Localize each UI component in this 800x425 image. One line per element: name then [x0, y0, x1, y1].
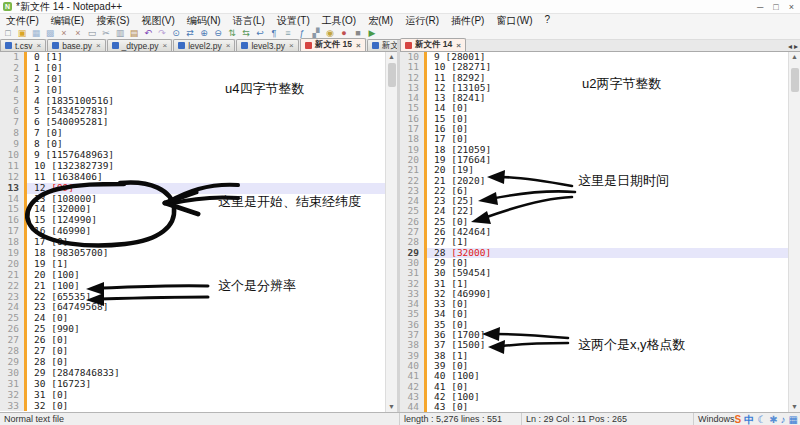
editor-line[interactable]: 3130 [16723]	[0, 379, 397, 390]
scrollbar-thumb[interactable]	[791, 68, 799, 92]
print-icon[interactable]: ▭	[86, 28, 98, 39]
editor-tab[interactable]: t.csv×	[0, 39, 46, 51]
moon-icon[interactable]: ☾	[757, 414, 766, 425]
undo-icon[interactable]: ↶	[142, 28, 154, 39]
saved-file-icon	[372, 42, 379, 49]
monitoring-icon[interactable]: ◉	[324, 28, 336, 39]
menu-item[interactable]: 文件(F)	[0, 14, 45, 28]
left-editor-pane[interactable]: 10 [1]21 [0]32 [0]43 [0]54 [1835100516]6…	[0, 52, 397, 412]
right-vertical-scrollbar[interactable]: ▲ ▼	[788, 52, 800, 412]
status-bar: Normal text file length : 5,276 lines : …	[0, 412, 800, 425]
play-macro-icon[interactable]: ▶	[366, 28, 378, 39]
keyboard-icon[interactable]: ▦	[789, 414, 798, 425]
record-macro-icon[interactable]: ●	[338, 28, 350, 39]
editor-line[interactable]: 3231 [0]	[0, 390, 397, 401]
scroll-up-icon[interactable]: ▲	[386, 52, 397, 62]
scrollbar-thumb[interactable]	[388, 63, 396, 87]
editor-line[interactable]: 4443 [0]	[400, 402, 800, 412]
replace-icon[interactable]: ⇄	[184, 28, 196, 39]
editor-line[interactable]: 2221 [100]	[0, 281, 397, 292]
scroll-down-icon[interactable]: ▼	[789, 402, 800, 412]
doc-map-icon[interactable]: ▞	[310, 28, 322, 39]
word-wrap-icon[interactable]: ↩	[254, 28, 266, 39]
editor-tab[interactable]: 新文件 15×	[300, 38, 366, 51]
menu-item[interactable]: 视图(V)	[135, 14, 180, 28]
right-editor-pane[interactable]: 109 [28001]1110 [28271]1211 [8292]1312 […	[400, 52, 800, 412]
menu-item[interactable]: 设置(T)	[271, 14, 316, 28]
close-tab-icon[interactable]: ×	[162, 41, 167, 50]
find-icon[interactable]: ⊙	[170, 28, 182, 39]
menu-item[interactable]: 窗口(W)	[490, 14, 538, 28]
stop-macro-icon[interactable]: ■	[352, 28, 364, 39]
menu-item[interactable]: 工具(O)	[316, 14, 362, 28]
sync-vertical-icon[interactable]: ⇅	[226, 28, 238, 39]
function-list-icon[interactable]: ƒ	[296, 28, 308, 39]
scroll-up-icon[interactable]: ▲	[789, 52, 800, 62]
editor-tab[interactable]: level3.py×	[236, 39, 298, 51]
close-tab-icon[interactable]: ×	[456, 41, 461, 50]
save-icon[interactable]: ▦	[30, 28, 42, 39]
tab-scroll-right-icon[interactable]: ▸	[794, 42, 798, 51]
sparkle-icon[interactable]: ✱	[769, 414, 777, 425]
sync-horizontal-icon[interactable]: ⇆	[240, 28, 252, 39]
editor-line[interactable]: 43 [0]	[0, 85, 397, 96]
menu-item[interactable]: 编码(N)	[181, 14, 227, 28]
zoom-out-icon[interactable]: ⊖	[212, 28, 224, 39]
menu-item[interactable]: 搜索(S)	[90, 14, 135, 28]
redo-icon[interactable]: ↷	[156, 28, 168, 39]
menu-item[interactable]: 插件(P)	[445, 14, 490, 28]
tab-scroll-left-icon[interactable]: ◂	[788, 42, 792, 51]
line-text: 31 [0]	[24, 389, 68, 400]
close-button[interactable]: ×	[789, 2, 794, 12]
menu-item[interactable]: 宏(M)	[362, 14, 399, 28]
close-tab-icon[interactable]: ×	[36, 41, 41, 50]
chinese-input-icon[interactable]: 中	[744, 414, 754, 425]
editor-line[interactable]: 1312 [99]	[0, 183, 397, 194]
menu-item[interactable]: 运行(R)	[399, 14, 445, 28]
editor-tab[interactable]: _dtype.py×	[107, 39, 173, 51]
highlighted-value: [32000]	[451, 247, 491, 258]
new-file-icon[interactable]: □	[2, 28, 14, 39]
status-cursor-position: Ln : 29 Col : 11 Pos : 265	[522, 413, 694, 425]
line-number: 22	[0, 281, 24, 292]
tray-icons: S中☾✱♪▦☺✿	[735, 414, 800, 425]
editor-line[interactable]: 3130 [59454]	[400, 268, 800, 278]
editor-line[interactable]: 3332 [0]	[0, 401, 397, 412]
scroll-down-icon[interactable]: ▼	[386, 402, 397, 412]
show-all-chars-icon[interactable]: ¶	[268, 28, 280, 39]
close-all-icon[interactable]: ×	[72, 28, 84, 39]
close-tab-icon[interactable]: ×	[356, 41, 361, 50]
line-text: 37 [1500]	[424, 339, 485, 350]
save-all-icon[interactable]: ▩	[44, 28, 56, 39]
sogou-icon[interactable]: S	[735, 414, 742, 425]
minimize-button[interactable]: ─	[757, 2, 763, 12]
editor-tab[interactable]: base.py×	[47, 39, 105, 51]
indent-guide-icon[interactable]: ≡	[282, 28, 294, 39]
editor-tab[interactable]: 新文件 14×	[400, 38, 466, 51]
close-tab-icon[interactable]: ×	[226, 41, 231, 50]
mic-icon[interactable]: ♪	[781, 414, 786, 425]
left-vertical-scrollbar[interactable]: ▲ ▼	[385, 52, 397, 412]
editor-line[interactable]: 4140 [100]	[400, 371, 800, 381]
paste-icon[interactable]: ▤	[128, 28, 140, 39]
close-tab-icon[interactable]: ×	[96, 41, 101, 50]
close-tab-icon[interactable]: ×	[289, 41, 294, 50]
zoom-in-icon[interactable]: ⊕	[198, 28, 210, 39]
line-text: 11 [1638406]	[24, 171, 103, 182]
menu-item[interactable]: 语言(L)	[227, 14, 271, 28]
line-number: 31	[400, 268, 424, 278]
line-number: 31	[0, 379, 24, 390]
line-text: 2 [0]	[24, 73, 63, 84]
close-doc-icon[interactable]: ×	[58, 28, 70, 39]
cut-icon[interactable]: ✂	[100, 28, 112, 39]
line-text: 40 [100]	[424, 370, 480, 381]
status-length-lines: length : 5,276 lines : 551	[400, 413, 522, 425]
tab-label: base.py	[62, 41, 92, 51]
open-folder-icon[interactable]: ▣	[16, 28, 28, 39]
menu-item[interactable]: 编辑(E)	[45, 14, 90, 28]
copy-icon[interactable]: ▥	[114, 28, 126, 39]
line-text: 13 [108000]	[24, 193, 97, 204]
maximize-button[interactable]: □	[773, 2, 778, 12]
menu-item[interactable]: ?	[539, 14, 557, 28]
editor-tab[interactable]: level2.py×	[173, 39, 235, 51]
